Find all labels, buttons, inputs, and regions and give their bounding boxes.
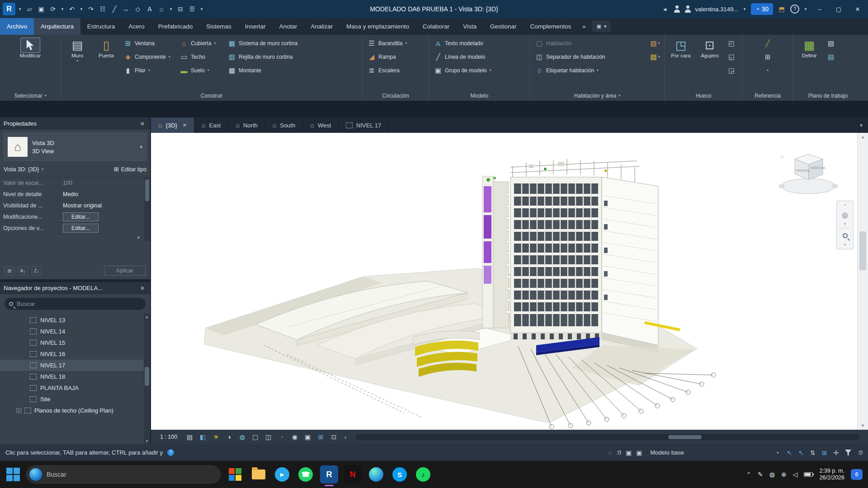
definir-button[interactable]: ▦ Definir xyxy=(795,37,823,91)
cubierta-button[interactable]: ⌂ Cubierta ▾ xyxy=(177,37,224,50)
ribbon-display-options[interactable]: ▣ ▾ xyxy=(592,21,611,32)
ventana-button[interactable]: ⊞ Ventana xyxy=(121,37,176,50)
taskbar-app-revit[interactable]: R xyxy=(320,465,338,483)
taskbar-app-telegram[interactable]: ▸ xyxy=(273,465,291,483)
viewport-vertical-scrollbar[interactable]: ▲ ▼ xyxy=(857,133,868,430)
pilar-button[interactable]: ▮ Pilar ▾ xyxy=(121,64,176,77)
modificar-button[interactable]: Modificar xyxy=(11,37,49,91)
vcb-collapse-icon[interactable]: ‹ xyxy=(341,434,350,441)
taskbar-search[interactable] xyxy=(26,465,221,483)
user-account[interactable]: valentina.3149... xyxy=(695,6,738,13)
view-tab-close-icon[interactable]: ✕ xyxy=(183,122,187,128)
open-icon[interactable]: ▱ xyxy=(24,4,34,14)
vertical-opening-button[interactable]: ◱ xyxy=(725,50,738,64)
design-options-icon[interactable]: ▣ xyxy=(636,449,642,456)
suelo-button[interactable]: ▬ Suelo ▾ xyxy=(177,64,224,77)
sync-icon[interactable]: ⟳ xyxy=(48,4,58,14)
view-tab-east[interactable]: ⌂ East xyxy=(194,117,228,133)
detail-level-icon[interactable]: ▤ xyxy=(184,432,196,442)
view-tab-3d[interactable]: ⌂ {3D} ✕ xyxy=(151,117,194,133)
selection-filter-icon[interactable] xyxy=(845,450,851,455)
property-row-detail-level[interactable]: Nivel de detalle Medio xyxy=(0,189,144,200)
etiquetar-dropdown-icon[interactable]: ▾ xyxy=(597,68,599,73)
taskbar-app-netflix[interactable]: N xyxy=(344,465,362,483)
collapse-chevron-icon[interactable]: ◂ xyxy=(660,4,670,14)
element-selector[interactable]: Vista 3D: {3D} ▾ xyxy=(4,166,114,173)
project-browser-close-icon[interactable]: ✕ xyxy=(138,285,146,291)
tab-acero[interactable]: Acero xyxy=(122,18,151,35)
tab-arquitectura[interactable]: Arquitectura xyxy=(34,18,80,35)
tab-sistemas[interactable]: Sistemas xyxy=(199,18,238,35)
graphics-overrides-edit-button[interactable]: Editar... xyxy=(63,212,99,221)
panel-label-seleccionar[interactable]: Seleccionar▾ xyxy=(0,91,61,101)
barandilla-button[interactable]: ☰ Barandilla ▾ xyxy=(365,37,426,50)
viewport-canvas[interactable] xyxy=(151,133,857,430)
linea-de-modelo-button[interactable]: ╱ Línea de modelo xyxy=(431,50,528,64)
workplane-viewer-button[interactable]: ▤ xyxy=(824,50,838,64)
tab-archivo[interactable]: Archivo xyxy=(0,18,34,35)
cubierta-dropdown-icon[interactable]: ▾ xyxy=(214,41,216,46)
panel-label-circulacion[interactable]: Circulación xyxy=(363,91,429,101)
zoom-dropdown-icon[interactable]: ▾ xyxy=(844,243,846,247)
rampa-button[interactable]: ◢ Rampa xyxy=(365,50,426,64)
expand-icon[interactable]: + xyxy=(16,408,21,413)
help-dropdown-icon[interactable]: ▾ xyxy=(803,4,808,14)
undo-icon[interactable]: ↶ xyxy=(67,4,77,14)
tab-prefabricado[interactable]: Prefabricado xyxy=(151,18,200,35)
view-options-edit-button[interactable]: Editar... xyxy=(63,224,99,233)
muro-button[interactable]: ▤ Muro ▾ xyxy=(63,37,91,91)
tree-item-nivel-16[interactable]: NIVEL 16 xyxy=(0,348,144,360)
view-tab-north[interactable]: ⌂ North xyxy=(228,117,265,133)
steering-wheel-dropdown-icon[interactable]: ▾ xyxy=(844,222,846,226)
view-tab-south[interactable]: ⌂ South xyxy=(265,117,303,133)
scale-button[interactable]: 1 : 100 xyxy=(155,434,183,440)
dormer-opening-button[interactable]: ◲ xyxy=(725,64,738,77)
barandilla-dropdown-icon[interactable]: ▾ xyxy=(405,41,407,46)
escalera-button[interactable]: ≣ Escalera xyxy=(365,64,426,77)
taskbar-app-spotify[interactable]: ♪ xyxy=(414,465,432,483)
zoom-icon[interactable] xyxy=(838,230,852,241)
properties-filter-icon[interactable]: ⊞ xyxy=(5,266,14,275)
project-tree-scrollbar[interactable]: ▲ ▼ xyxy=(144,314,150,444)
network-icon[interactable]: ⊕ xyxy=(781,471,787,478)
reveal-hidden-icon[interactable]: ◉ xyxy=(288,432,301,442)
texto-modelado-button[interactable]: A Texto modelado xyxy=(431,37,528,50)
section-icon[interactable]: ⊟ xyxy=(175,4,185,14)
print-icon[interactable]: ☷ xyxy=(98,4,108,14)
qat-customize-icon[interactable]: ▾ xyxy=(199,4,204,14)
property-row-scale[interactable]: Valor de escal... 100 xyxy=(0,178,144,189)
montante-button[interactable]: ▩ Montante xyxy=(225,64,314,77)
sync-dropdown-icon[interactable]: ▾ xyxy=(60,4,65,14)
show-workplane-button[interactable]: ▧ xyxy=(824,37,838,50)
steering-wheel-icon[interactable]: ◎ xyxy=(838,209,852,221)
tab-vista[interactable]: Vista xyxy=(456,18,483,35)
tab-analizar[interactable]: Analizar xyxy=(304,18,340,35)
tree-item-site[interactable]: Site xyxy=(0,394,144,405)
taskbar-app-whatsapp[interactable]: ☎ xyxy=(297,465,315,483)
type-selector[interactable]: ⌂ Vista 3D 3D View ▾ xyxy=(4,133,146,161)
tag-icon[interactable]: ◇ xyxy=(133,4,143,14)
text-icon[interactable]: A xyxy=(145,4,155,14)
onedrive-icon[interactable]: ◍ xyxy=(769,471,775,478)
scroll-down-icon[interactable]: ▼ xyxy=(861,422,865,430)
rejilla-muro-cortina-button[interactable]: ▥ Rejilla de muro cortina xyxy=(225,50,314,64)
sort-descending-icon[interactable]: Z↓ xyxy=(32,266,42,275)
grupo-dropdown-icon[interactable]: ▾ xyxy=(490,68,491,73)
grupo-de-modelo-button[interactable]: ▣ Grupo de modelo ▾ xyxy=(431,64,528,77)
properties-scrollbar[interactable] xyxy=(144,178,150,241)
aligned-dimension-icon[interactable]: ↔ xyxy=(121,4,131,14)
reference-grid-button[interactable]: ⊞ xyxy=(761,50,774,64)
view-tab-west[interactable]: ⌂ West xyxy=(303,117,339,133)
properties-close-icon[interactable]: ✕ xyxy=(138,121,146,127)
volume-icon[interactable]: ◁ xyxy=(793,471,798,478)
select-by-face-icon[interactable]: ⊞ xyxy=(822,449,827,456)
design-option-select[interactable]: Modelo base ▾ xyxy=(646,447,782,458)
taskbar-app-office[interactable] xyxy=(226,465,244,483)
displaced-elements-icon[interactable]: ⊞ xyxy=(315,432,327,442)
3d-view-dropdown-icon[interactable]: ▾ xyxy=(168,4,174,14)
reference-plane-button[interactable]: ╱ xyxy=(761,37,774,50)
tab-gestionar[interactable]: Gestionar xyxy=(483,18,524,35)
session-timer-badge[interactable]: ◔ 30 xyxy=(751,3,773,15)
panel-label-plano-de-trabajo[interactable]: Plano de trabajo xyxy=(793,91,863,101)
hide-isolate-icon[interactable]: ◔ xyxy=(275,432,288,442)
